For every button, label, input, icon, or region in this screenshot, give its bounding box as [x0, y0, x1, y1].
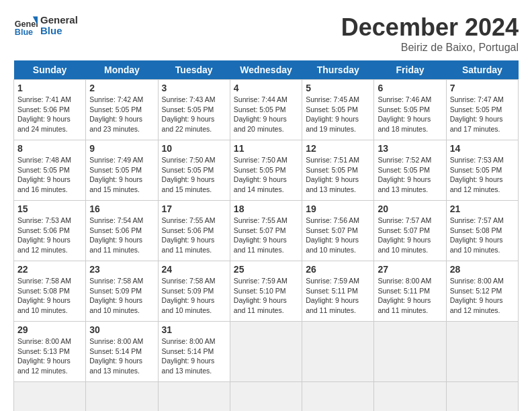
daylight-label: Daylight: 9 hours and 10 minutes.	[378, 236, 431, 254]
sunrise-label: Sunrise: 8:00 AM	[17, 337, 71, 345]
day-number: 26	[306, 264, 370, 275]
daylight-label: Daylight: 9 hours and 11 minutes.	[89, 236, 142, 254]
day-number: 12	[306, 143, 370, 154]
day-info: Sunrise: 7:47 AM Sunset: 5:05 PM Dayligh…	[450, 95, 515, 134]
day-info: Sunrise: 7:44 AM Sunset: 5:05 PM Dayligh…	[234, 95, 298, 134]
sunset-label: Sunset: 5:05 PM	[450, 166, 502, 174]
day-number: 9	[89, 143, 154, 154]
sunset-label: Sunset: 5:07 PM	[306, 226, 358, 234]
day-number: 6	[378, 83, 442, 93]
empty-cell	[302, 382, 374, 412]
sunrise-label: Sunrise: 7:45 AM	[306, 95, 359, 103]
day-cell: 25 Sunrise: 7:59 AM Sunset: 5:10 PM Dayl…	[230, 261, 302, 322]
daylight-label: Daylight: 9 hours and 11 minutes.	[378, 296, 431, 314]
calendar-row: 15 Sunrise: 7:53 AM Sunset: 5:06 PM Dayl…	[14, 201, 519, 261]
sunrise-label: Sunrise: 7:53 AM	[17, 216, 71, 224]
daylight-label: Daylight: 9 hours and 12 minutes.	[17, 357, 71, 375]
day-number: 11	[234, 143, 298, 154]
day-number: 21	[450, 203, 515, 214]
day-info: Sunrise: 7:55 AM Sunset: 5:07 PM Dayligh…	[234, 216, 298, 255]
empty-cell	[446, 322, 518, 382]
day-number: 5	[306, 83, 370, 93]
day-info: Sunrise: 8:00 AM Sunset: 5:12 PM Dayligh…	[450, 276, 515, 316]
daylight-label: Daylight: 9 hours and 22 minutes.	[162, 115, 215, 133]
day-cell: 28 Sunrise: 8:00 AM Sunset: 5:12 PM Dayl…	[446, 261, 518, 322]
day-cell: 16 Sunrise: 7:54 AM Sunset: 5:06 PM Dayl…	[86, 201, 158, 261]
day-cell: 2 Sunrise: 7:42 AM Sunset: 5:05 PM Dayli…	[86, 80, 158, 140]
day-info: Sunrise: 7:54 AM Sunset: 5:06 PM Dayligh…	[89, 216, 154, 255]
empty-cell	[158, 382, 230, 412]
daylight-label: Daylight: 9 hours and 16 minutes.	[17, 175, 71, 193]
day-info: Sunrise: 7:59 AM Sunset: 5:11 PM Dayligh…	[306, 276, 370, 316]
sunset-label: Sunset: 5:05 PM	[234, 166, 286, 174]
sunset-label: Sunset: 5:08 PM	[450, 226, 502, 234]
sunset-label: Sunset: 5:14 PM	[89, 347, 142, 355]
day-info: Sunrise: 7:45 AM Sunset: 5:05 PM Dayligh…	[306, 95, 370, 134]
col-saturday: Saturday	[446, 60, 518, 80]
day-cell: 24 Sunrise: 7:58 AM Sunset: 5:09 PM Dayl…	[158, 261, 230, 322]
day-number: 3	[162, 83, 226, 93]
day-number: 10	[162, 143, 226, 154]
sunset-label: Sunset: 5:05 PM	[17, 166, 70, 174]
sunrise-label: Sunrise: 7:56 AM	[306, 216, 359, 224]
day-cell: 31 Sunrise: 8:00 AM Sunset: 5:14 PM Dayl…	[158, 322, 230, 382]
day-number: 24	[162, 264, 226, 275]
day-info: Sunrise: 7:56 AM Sunset: 5:07 PM Dayligh…	[306, 216, 370, 255]
day-info: Sunrise: 7:59 AM Sunset: 5:10 PM Dayligh…	[234, 276, 298, 316]
sunset-label: Sunset: 5:05 PM	[162, 105, 214, 113]
day-info: Sunrise: 7:57 AM Sunset: 5:08 PM Dayligh…	[450, 216, 515, 255]
day-number: 31	[162, 324, 226, 335]
daylight-label: Daylight: 9 hours and 11 minutes.	[162, 236, 215, 254]
day-number: 28	[450, 264, 515, 275]
daylight-label: Daylight: 9 hours and 14 minutes.	[234, 175, 287, 193]
sunrise-label: Sunrise: 7:57 AM	[450, 216, 504, 224]
sunset-label: Sunset: 5:05 PM	[378, 166, 430, 174]
sunrise-label: Sunrise: 8:00 AM	[89, 337, 143, 345]
day-info: Sunrise: 7:42 AM Sunset: 5:05 PM Dayligh…	[89, 95, 154, 134]
sunset-label: Sunset: 5:09 PM	[89, 287, 142, 295]
day-number: 19	[306, 203, 370, 214]
sunset-label: Sunset: 5:07 PM	[234, 226, 286, 234]
day-info: Sunrise: 8:00 AM Sunset: 5:14 PM Dayligh…	[162, 336, 226, 376]
daylight-label: Daylight: 9 hours and 18 minutes.	[378, 115, 431, 133]
calendar-row: 22 Sunrise: 7:58 AM Sunset: 5:08 PM Dayl…	[14, 261, 519, 322]
day-number: 22	[17, 264, 82, 275]
sunrise-label: Sunrise: 7:50 AM	[162, 156, 216, 164]
day-cell: 15 Sunrise: 7:53 AM Sunset: 5:06 PM Dayl…	[14, 201, 86, 261]
day-number: 20	[378, 203, 442, 214]
day-cell: 6 Sunrise: 7:46 AM Sunset: 5:05 PM Dayli…	[374, 80, 446, 140]
daylight-label: Daylight: 9 hours and 13 minutes.	[306, 175, 359, 193]
sunset-label: Sunset: 5:05 PM	[306, 166, 358, 174]
day-info: Sunrise: 8:00 AM Sunset: 5:14 PM Dayligh…	[89, 336, 154, 376]
daylight-label: Daylight: 9 hours and 10 minutes.	[89, 296, 142, 314]
sunrise-label: Sunrise: 7:43 AM	[162, 95, 216, 103]
day-number: 23	[89, 264, 154, 275]
daylight-label: Daylight: 9 hours and 17 minutes.	[450, 115, 503, 133]
empty-cell	[374, 322, 446, 382]
day-info: Sunrise: 7:53 AM Sunset: 5:06 PM Dayligh…	[17, 216, 82, 255]
empty-cell	[86, 382, 158, 412]
day-cell: 26 Sunrise: 7:59 AM Sunset: 5:11 PM Dayl…	[302, 261, 374, 322]
day-cell: 13 Sunrise: 7:52 AM Sunset: 5:05 PM Dayl…	[374, 140, 446, 201]
day-cell: 30 Sunrise: 8:00 AM Sunset: 5:14 PM Dayl…	[86, 322, 158, 382]
day-cell: 17 Sunrise: 7:55 AM Sunset: 5:06 PM Dayl…	[158, 201, 230, 261]
calendar-body: 1 Sunrise: 7:41 AM Sunset: 5:06 PM Dayli…	[14, 80, 519, 412]
calendar-row: 8 Sunrise: 7:48 AM Sunset: 5:05 PM Dayli…	[14, 140, 519, 201]
day-info: Sunrise: 7:58 AM Sunset: 5:08 PM Dayligh…	[17, 276, 82, 316]
sunset-label: Sunset: 5:05 PM	[450, 105, 502, 113]
sunrise-label: Sunrise: 7:48 AM	[17, 156, 71, 164]
day-number: 17	[162, 203, 226, 214]
sunset-label: Sunset: 5:05 PM	[89, 166, 142, 174]
sunset-label: Sunset: 5:10 PM	[234, 287, 286, 295]
day-number: 30	[89, 324, 154, 335]
day-cell: 8 Sunrise: 7:48 AM Sunset: 5:05 PM Dayli…	[14, 140, 86, 201]
day-number: 1	[17, 83, 82, 93]
sunset-label: Sunset: 5:06 PM	[17, 105, 70, 113]
daylight-label: Daylight: 9 hours and 13 minutes.	[162, 357, 215, 375]
sunset-label: Sunset: 5:13 PM	[17, 347, 70, 355]
sunrise-label: Sunrise: 7:57 AM	[378, 216, 431, 224]
day-cell: 27 Sunrise: 8:00 AM Sunset: 5:11 PM Dayl…	[374, 261, 446, 322]
day-cell: 23 Sunrise: 7:58 AM Sunset: 5:09 PM Dayl…	[86, 261, 158, 322]
day-info: Sunrise: 7:50 AM Sunset: 5:05 PM Dayligh…	[162, 155, 226, 195]
day-number: 7	[450, 83, 515, 93]
